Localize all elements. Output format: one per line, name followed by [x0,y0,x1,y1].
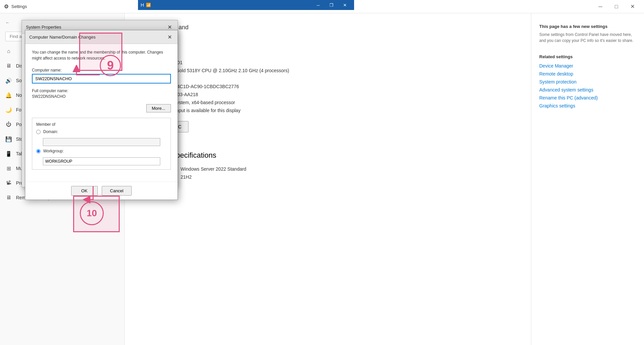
back-icon: ← [5,20,10,25]
domain-radio-row: Domain: [36,129,167,134]
inner-dialog-close-button[interactable]: ✕ [166,33,174,41]
domain-radio[interactable] [36,130,41,134]
device-id-row: 55885A02-ADA5-4C1D-AC90-1CBDC3BC2776 [141,84,515,89]
device-name-row: SW22DNSNACHO1 [141,60,515,65]
inner-dialog-cancel-button[interactable]: Cancel [102,186,132,196]
edition-row: Edition Windows Server 2022 Standard [141,166,515,172]
inner-dialog-body: You can change the name and the membersh… [25,44,178,182]
more-button[interactable]: More... [146,104,171,112]
overlay-restore-btn[interactable]: ❐ [325,0,338,10]
system-props-title: System Properties [26,25,61,30]
full-name-section: Full computer name: SW22DNSNACHO [32,87,171,99]
home-icon: ⌂ [5,48,12,55]
computer-name-label: Computer name: [32,68,171,73]
system-type-row: 64-bit operating system, x64-based proce… [141,100,515,105]
pen-touch-row: No pen or touch input is available for t… [141,108,515,113]
workgroup-label: Workgroup: [43,149,64,153]
minimize-button[interactable]: ─ [593,1,608,12]
version-value: 21H2 [181,174,192,180]
ram-row: 16,0 GB [141,76,515,81]
inner-dialog-buttons: OK Cancel [25,182,178,200]
link-rename-advanced[interactable]: Rename this PC (advanced) [539,95,636,100]
overlay-controls: ─ ❐ ✕ [312,0,351,10]
multitasking-icon: ⊞ [5,165,12,172]
full-name-value: SW22DNSNACHO [32,94,171,99]
window-icon: ⚙ [4,3,9,10]
link-advanced-system[interactable]: Advanced system settings [539,87,636,92]
overlay-minimize-btn[interactable]: ─ [312,0,325,10]
workgroup-input[interactable] [43,157,160,165]
new-settings-desc: Some settings from Control Panel have mo… [539,32,636,44]
overlay-app-icon: H [141,2,144,8]
window-title: Settings [11,4,27,9]
projecting-icon: 📽 [5,180,12,186]
focus-icon: 🌙 [5,106,12,113]
close-button[interactable]: ✕ [625,1,640,12]
edition-value: Windows Server 2022 Standard [181,166,246,172]
processor-row: Intel(R) Xeon(R) Gold 5318Y CPU @ 2.10GH… [141,68,515,73]
member-of-section: Member of Domain: Workgroup: [32,118,171,170]
workgroup-radio[interactable] [36,149,41,153]
version-row: Version 21H2 [141,174,515,180]
full-name-label: Full computer name: [32,88,68,93]
windows-specs-heading: Windows specifications [141,151,515,160]
overlay-close-btn[interactable]: ✕ [338,0,351,10]
domain-input[interactable] [43,138,160,146]
windows-specs-section: Windows specifications Edition Windows S… [141,151,515,180]
inner-dialog-title: Computer Name/Domain Changes [29,35,95,40]
inner-dialog-desc: You can change the name and the membersh… [32,49,171,61]
overlay-window: H 📶 ─ ❐ ✕ [138,0,354,10]
inner-dialog: Computer Name/Domain Changes ✕ You can c… [25,30,178,200]
window-controls: ─ □ ✕ [593,1,640,12]
link-device-manager[interactable]: Device Manager [539,63,636,69]
sound-icon: 🔊 [5,77,12,84]
inner-dialog-titlebar: Computer Name/Domain Changes ✕ [25,30,178,44]
related-settings-title: Related settings [539,54,636,59]
member-of-title: Member of [36,122,167,127]
domain-label: Domain: [43,129,58,134]
product-id-row: 00454-20700-27203-AA218 [141,92,515,97]
main-content: ing monitored and lows Security ications… [125,13,531,345]
new-settings-title: This page has a few new settings [539,24,636,29]
notifications-icon: 🔔 [5,92,12,98]
link-remote-desktop[interactable]: Remote desktop [539,71,636,77]
power-icon: ⏻ [5,121,12,128]
overlay-icons: H 📶 [141,2,151,8]
remote-icon: 🖥 [5,194,12,201]
workgroup-radio-row: Workgroup: [36,149,167,153]
partial-heading: ing monitored and [141,24,515,31]
tablet-icon: 📱 [5,150,12,157]
computer-name-input[interactable] [32,74,171,84]
storage-icon: 💾 [5,136,12,142]
overlay-signal-icon: 📶 [146,3,151,7]
display-icon: 🖥 [5,63,12,69]
right-panel: This page has a few new settings Some se… [531,13,644,345]
inner-dialog-ok-button[interactable]: OK [71,186,98,196]
link-system-protection[interactable]: System protection [539,79,636,85]
maximize-button[interactable]: □ [609,1,624,12]
specifications-heading: ications [141,48,515,55]
link-graphics[interactable]: Graphics settings [539,103,636,108]
